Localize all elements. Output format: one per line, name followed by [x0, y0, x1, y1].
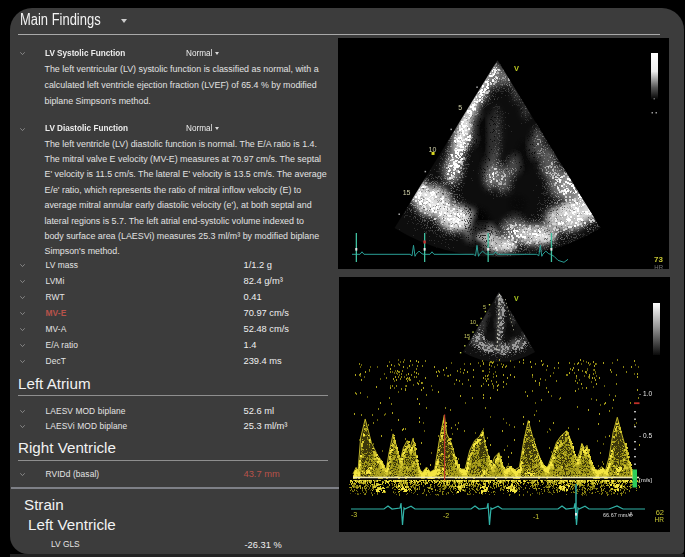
svg-text:- 0.5: - 0.5: [639, 432, 652, 439]
svg-text:HR: HR: [655, 516, 665, 523]
svg-text:15: 15: [403, 189, 411, 196]
svg-text:10: 10: [470, 319, 476, 325]
svg-text:66.67 mm/s: 66.67 mm/s: [603, 512, 632, 518]
svg-text:-1: -1: [533, 513, 539, 520]
svg-text:HR: HR: [654, 264, 663, 269]
svg-text:V: V: [514, 295, 519, 302]
svg-text:A: A: [629, 511, 633, 517]
svg-text:V: V: [514, 64, 519, 73]
svg-text:- 1.0: - 1.0: [639, 390, 652, 397]
svg-text:-3: -3: [351, 511, 357, 518]
svg-text:-2: -2: [443, 512, 449, 519]
svg-text:15: 15: [464, 333, 470, 339]
svg-text:[m/s]: [m/s]: [639, 477, 652, 483]
svg-text:5: 5: [483, 304, 486, 310]
svg-text:73: 73: [654, 255, 663, 264]
svg-text:5: 5: [458, 104, 462, 111]
